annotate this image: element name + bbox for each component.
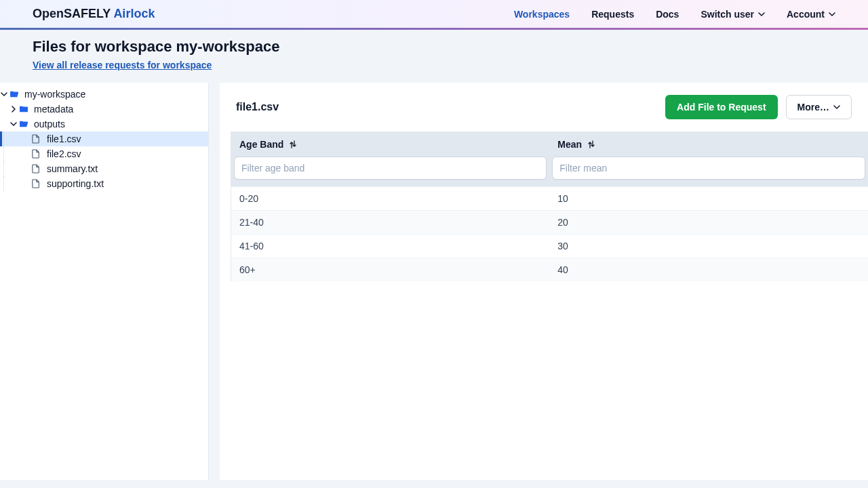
nav-switch-user[interactable]: Switch user	[701, 9, 765, 20]
tree-folder-outputs[interactable]: outputs	[0, 117, 208, 131]
cell-mean: 30	[549, 235, 868, 258]
tree-file-summary[interactable]: summary.txt	[0, 161, 208, 176]
tree-label: outputs	[34, 119, 65, 129]
more-button-label: More…	[797, 102, 829, 113]
column-header-mean[interactable]: Mean	[549, 132, 868, 155]
table-row: 21-40 20	[231, 211, 869, 235]
table-row: 0-20 10	[231, 187, 869, 211]
top-navbar: OpenSAFELY Airlock Workspaces Requests D…	[0, 0, 868, 30]
nav-requests[interactable]: Requests	[591, 9, 634, 20]
cell-age-band: 41-60	[231, 235, 550, 258]
filter-mean-input[interactable]	[552, 157, 865, 180]
column-header-label: Age Band	[239, 139, 283, 150]
brand-accent: Airlock	[113, 7, 155, 20]
cell-age-band: 0-20	[231, 187, 550, 211]
tree-file-supporting[interactable]: supporting.txt	[0, 176, 208, 191]
chevron-right-icon	[9, 106, 18, 113]
table-row: 41-60 30	[231, 235, 869, 258]
table-row: 60+ 40	[231, 258, 869, 282]
column-header-age-band[interactable]: Age Band	[231, 132, 550, 155]
tree-folder-root[interactable]: my-workspace	[0, 87, 208, 102]
page-title: Files for workspace my-workspace	[33, 38, 835, 56]
tree-label: file1.csv	[47, 134, 81, 144]
nav-switch-user-label: Switch user	[701, 9, 754, 20]
cell-mean: 40	[549, 258, 868, 282]
add-file-to-request-button[interactable]: Add File to Request	[665, 95, 777, 119]
cell-age-band: 21-40	[231, 211, 550, 235]
sort-icon	[587, 140, 595, 149]
data-table: Age Band Mean	[231, 131, 868, 281]
tree-label: file2.csv	[47, 148, 81, 159]
more-button[interactable]: More…	[786, 95, 852, 119]
file-icon	[32, 134, 44, 144]
main-layout: my-workspace metadata	[0, 83, 868, 488]
tree-label: supporting.txt	[47, 178, 104, 189]
tree-folder-metadata[interactable]: metadata	[0, 102, 208, 117]
tree-label: metadata	[34, 104, 73, 115]
filter-age-band-input[interactable]	[234, 157, 547, 180]
cell-age-band: 60+	[231, 258, 550, 282]
tree-label: my-workspace	[24, 89, 85, 100]
tree-file-file2[interactable]: file2.csv	[0, 146, 208, 161]
file-tree-sidebar: my-workspace metadata	[0, 83, 209, 480]
folder-open-icon	[19, 120, 31, 128]
cell-mean: 20	[549, 211, 868, 235]
brand-logo[interactable]: OpenSAFELY Airlock	[33, 7, 155, 21]
chevron-down-icon	[829, 11, 835, 18]
cell-mean: 10	[549, 187, 868, 211]
nav-links: Workspaces Requests Docs Switch user Acc…	[514, 9, 835, 20]
tree-label: summary.txt	[47, 163, 98, 174]
chevron-down-icon	[833, 104, 840, 110]
nav-account-label: Account	[787, 9, 825, 20]
nav-docs[interactable]: Docs	[656, 9, 679, 20]
page-header: Files for workspace my-workspace View al…	[0, 30, 868, 83]
sort-icon	[289, 140, 297, 149]
tree-file-file1[interactable]: file1.csv	[0, 131, 208, 146]
chevron-down-icon	[0, 91, 8, 98]
content-panel: file1.csv Add File to Request More… Age …	[220, 83, 868, 480]
nav-account[interactable]: Account	[787, 9, 835, 20]
file-icon	[32, 149, 44, 159]
folder-open-icon	[9, 90, 22, 98]
chevron-down-icon	[9, 121, 18, 127]
folder-icon	[19, 105, 31, 113]
column-header-label: Mean	[557, 139, 582, 150]
file-title: file1.csv	[236, 101, 657, 113]
content-header: file1.csv Add File to Request More…	[220, 83, 868, 131]
nav-workspaces[interactable]: Workspaces	[514, 9, 570, 20]
file-icon	[32, 164, 44, 174]
chevron-down-icon	[758, 11, 765, 18]
file-icon	[32, 179, 44, 188]
brand-main: OpenSAFELY	[33, 7, 111, 20]
view-all-requests-link[interactable]: View all release requests for workspace	[33, 60, 212, 70]
